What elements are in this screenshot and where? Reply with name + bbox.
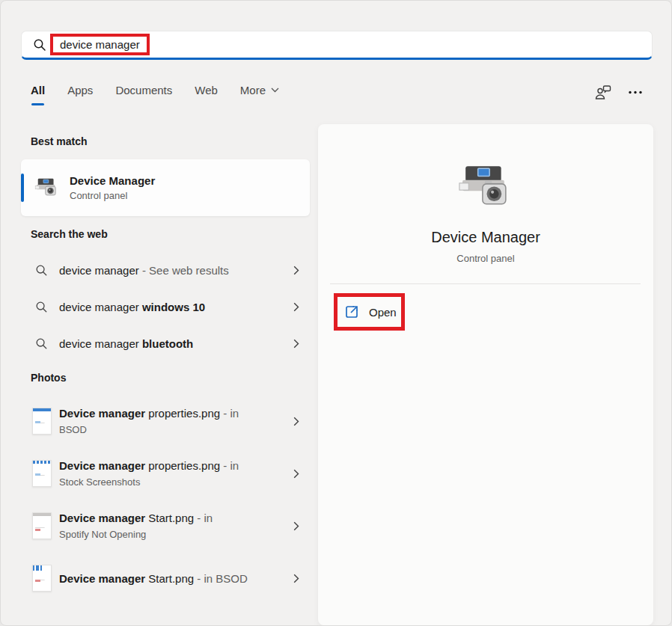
tab-label: Web <box>195 84 218 96</box>
tab-label: All <box>31 84 45 96</box>
more-options-icon <box>628 90 643 94</box>
photo-thumbnail <box>32 565 52 592</box>
search-the-web-heading: Search the web <box>31 228 108 240</box>
search-icon <box>35 301 48 313</box>
photos-list: Device manager properties.png - in BSOD … <box>21 400 310 610</box>
result-location: Stock Screenshots <box>59 476 293 488</box>
suggestion-muted: - See web results <box>139 264 229 277</box>
result-location: Spotify Not Opening <box>59 529 293 540</box>
preview-title: Device Manager <box>318 229 653 246</box>
suggestion-text: device manager <box>59 301 142 313</box>
result-muted: - in <box>194 512 213 524</box>
chevron-right-icon <box>293 574 299 583</box>
preview-panel: Device Manager Control panel Open <box>318 124 653 625</box>
selection-indicator <box>21 174 24 202</box>
result-bold: Device manager <box>59 459 145 472</box>
tab-documents[interactable]: Documents <box>115 84 172 105</box>
device-manager-icon <box>457 163 514 211</box>
top-actions <box>594 83 643 101</box>
search-input[interactable]: device manager <box>60 38 140 51</box>
tab-web[interactable]: Web <box>195 84 218 105</box>
tab-label: Apps <box>67 84 93 96</box>
preview-subtitle: Control panel <box>318 253 653 264</box>
search-flyout-window: device manager All Apps Documents Web Mo… <box>0 0 672 626</box>
result-bold: Device manager <box>59 512 145 524</box>
search-bar[interactable]: device manager <box>21 31 653 60</box>
result-filename: Start.png <box>145 572 194 585</box>
chevron-right-icon <box>293 521 299 531</box>
chevron-right-icon <box>293 266 299 275</box>
result-filename: Start.png <box>145 512 194 524</box>
annotation-search-query-box: device manager <box>50 34 150 55</box>
feedback-icon <box>594 85 612 100</box>
photo-thumbnail <box>32 460 52 487</box>
suggestion-bold: bluetooth <box>142 337 193 350</box>
search-icon <box>35 337 48 350</box>
chevron-right-icon <box>293 339 299 349</box>
result-muted: - in <box>220 407 239 420</box>
feedback-button[interactable] <box>594 85 612 100</box>
search-the-web-list: device manager - See web results device … <box>21 257 310 366</box>
photo-thumbnail <box>32 512 52 539</box>
best-match-heading: Best match <box>31 135 87 147</box>
chevron-right-icon <box>293 302 299 312</box>
external-link-icon <box>344 304 359 319</box>
photo-result-row[interactable]: Device manager properties.png - in Stock… <box>21 452 310 494</box>
web-suggestion-row[interactable]: device manager bluetooth <box>21 330 310 357</box>
tabs-bar: All Apps Documents Web More <box>31 84 279 105</box>
tab-all[interactable]: All <box>31 84 45 105</box>
result-filename: properties.png <box>145 459 220 472</box>
chevron-down-icon <box>271 88 279 93</box>
chevron-right-icon <box>293 417 299 426</box>
search-icon <box>35 264 48 277</box>
result-filename: properties.png <box>145 407 220 420</box>
suggestion-text: device manager <box>59 337 142 350</box>
divider <box>330 283 641 284</box>
tab-apps[interactable]: Apps <box>67 84 93 105</box>
photo-result-row[interactable]: Device manager Start.png - in BSOD <box>21 557 310 599</box>
best-match-title: Device Manager <box>70 174 155 187</box>
chevron-right-icon <box>293 469 299 479</box>
web-suggestion-row[interactable]: device manager - See web results <box>21 257 310 283</box>
best-match-card[interactable]: Device Manager Control panel <box>21 159 310 216</box>
result-muted: - in <box>220 459 239 472</box>
device-manager-icon <box>34 177 59 198</box>
photos-heading: Photos <box>31 372 66 384</box>
tab-label: More <box>240 84 266 96</box>
web-suggestion-row[interactable]: device manager windows 10 <box>21 293 310 320</box>
open-button-label: Open <box>369 306 397 319</box>
search-icon <box>33 38 46 52</box>
photo-thumbnail <box>32 408 52 435</box>
result-bold: Device manager <box>59 572 145 585</box>
result-bold: Device manager <box>59 407 145 420</box>
result-location: BSOD <box>59 424 293 435</box>
more-options-button[interactable] <box>628 90 643 94</box>
photo-result-row[interactable]: Device manager Start.png - in Spotify No… <box>21 505 310 547</box>
annotation-open-button-box: Open <box>334 293 405 331</box>
tab-label: Documents <box>115 84 172 96</box>
result-muted: - in BSOD <box>194 572 248 585</box>
open-button[interactable]: Open <box>337 297 401 327</box>
tab-more[interactable]: More <box>240 84 279 105</box>
suggestion-bold: windows 10 <box>142 301 205 313</box>
photo-result-row[interactable]: Device manager properties.png - in BSOD <box>21 400 310 442</box>
suggestion-text: device manager <box>59 264 139 277</box>
best-match-subtitle: Control panel <box>70 190 155 201</box>
